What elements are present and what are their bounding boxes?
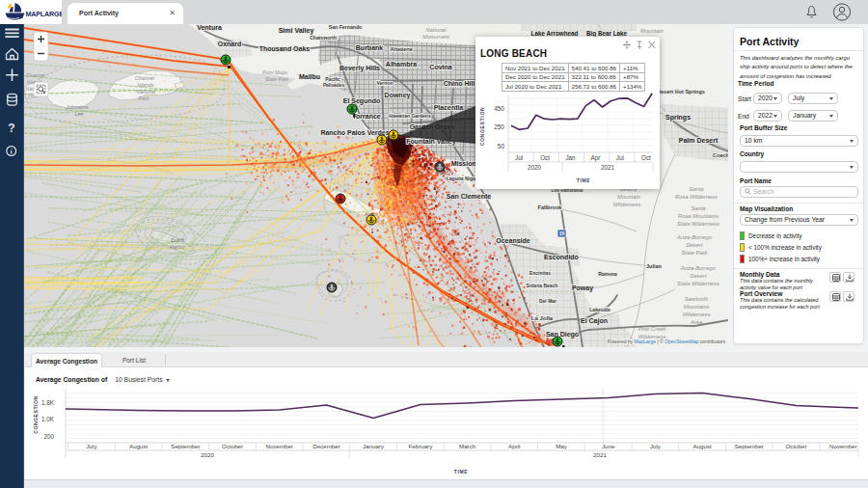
svg-text:Santa: Santa	[689, 186, 704, 192]
svg-text:San Fernando: San Fernando	[329, 24, 363, 30]
svg-text:Fallbrook: Fallbrook	[538, 204, 563, 210]
svg-text:250: 250	[494, 123, 504, 130]
svg-text:San Clemente: San Clemente	[447, 193, 491, 200]
svg-text:November: November	[829, 443, 857, 449]
svg-text:Altadena: Altadena	[390, 46, 413, 52]
svg-text:Palm Desert: Palm Desert	[679, 137, 719, 144]
svg-text:Escondido: Escondido	[544, 254, 579, 260]
svg-text:Chino Hills: Chino Hills	[444, 80, 479, 87]
svg-text:Desert Hot Springs: Desert Hot Springs	[657, 89, 705, 95]
svg-text:Rosa Mountains: Rosa Mountains	[678, 213, 719, 219]
svg-text:1.0K: 1.0K	[41, 416, 55, 422]
svg-text:Jan: Jan	[565, 154, 576, 161]
svg-text:Ventura: Ventura	[197, 24, 222, 31]
svg-text:Harbor: Harbor	[170, 244, 186, 250]
svg-text:2020: 2020	[201, 451, 214, 458]
svg-text:Julian: Julian	[646, 263, 663, 269]
svg-text:Pine Creek: Pine Creek	[638, 326, 667, 332]
svg-text:Mountain: Mountain	[617, 194, 640, 200]
svg-text:Islands: Islands	[137, 82, 153, 88]
svg-text:July: July	[86, 443, 97, 449]
svg-text:450: 450	[494, 105, 504, 112]
svg-text:Apr: Apr	[591, 154, 601, 162]
svg-text:Powered by MapLarge | © OpenSt: Powered by MapLarge | © OpenStreetMap co…	[608, 339, 726, 344]
svg-text:Anza-Borrego: Anza-Borrego	[680, 265, 717, 271]
svg-text:October: October	[222, 443, 243, 449]
svg-text:Oct: Oct	[540, 154, 550, 161]
svg-text:Dutch: Dutch	[171, 237, 184, 243]
svg-text:Mountain: Mountain	[640, 28, 664, 34]
svg-text:200: 200	[43, 433, 54, 440]
svg-text:Palisades: Palisades	[323, 83, 344, 88]
svg-text:El Segundo: El Segundo	[343, 97, 381, 105]
svg-text:Covina: Covina	[429, 64, 451, 70]
svg-text:CONGESTION: CONGESTION	[479, 107, 485, 147]
svg-text:Point Mugu: Point Mugu	[262, 69, 287, 75]
svg-text:Pacific: Pacific	[325, 77, 340, 82]
svg-text:June: June	[602, 443, 615, 449]
svg-text:2021: 2021	[593, 451, 607, 458]
svg-text:Vernon: Vernon	[377, 80, 393, 86]
svg-text:Area: Area	[690, 319, 703, 325]
svg-text:State Wilderness: State Wilderness	[677, 281, 719, 286]
svg-text:TIME: TIME	[454, 469, 469, 474]
svg-text:September: September	[171, 443, 200, 449]
svg-text:Jul: Jul	[515, 154, 523, 161]
svg-text:MAPLARGE: MAPLARGE	[26, 10, 63, 18]
svg-text:Park: Park	[138, 95, 149, 101]
svg-text:Lake Arrowhead: Lake Arrowhead	[531, 30, 579, 37]
svg-text:Encinitas: Encinitas	[529, 270, 551, 276]
svg-text:Desert: Desert	[690, 273, 706, 279]
svg-text:Simi Valley: Simi Valley	[279, 27, 314, 35]
svg-text:TIME: TIME	[577, 177, 591, 183]
svg-text:National: National	[136, 89, 156, 95]
svg-text:Mountains: Mountains	[684, 304, 710, 310]
svg-text:Desert: Desert	[686, 242, 702, 248]
svg-text:CONGESTION: CONGESTION	[33, 395, 39, 434]
svg-text:Thousand Oaks: Thousand Oaks	[259, 45, 311, 52]
svg-text:Beverly Hills: Beverly Hills	[339, 65, 380, 72]
svg-text:Oceanside: Oceanside	[496, 237, 530, 244]
svg-text:?: ?	[8, 122, 14, 135]
svg-text:Sawtooth: Sawtooth	[685, 296, 708, 302]
svg-text:Torrance: Torrance	[352, 113, 381, 120]
svg-text:Downey: Downey	[385, 92, 411, 99]
svg-text:May: May	[556, 443, 568, 449]
svg-text:Burbank: Burbank	[356, 44, 384, 51]
svg-text:October: October	[785, 443, 806, 449]
svg-text:Wilderness: Wilderness	[683, 312, 711, 317]
svg-text:Lakeside: Lakeside	[589, 307, 610, 312]
svg-text:Jul: Jul	[616, 154, 624, 161]
svg-text:Channel: Channel	[135, 75, 155, 81]
svg-text:2020: 2020	[528, 164, 542, 171]
svg-text:Alhambra: Alhambra	[386, 61, 417, 68]
svg-text:State Park: State Park	[265, 76, 289, 82]
svg-text:December: December	[312, 443, 340, 449]
svg-text:Poway: Poway	[572, 285, 593, 292]
svg-text:Del Mar: Del Mar	[539, 298, 556, 304]
svg-text:15: 15	[559, 230, 565, 236]
svg-text:Rosa Wilderness: Rosa Wilderness	[675, 194, 718, 200]
svg-text:1.8K: 1.8K	[41, 399, 55, 406]
svg-text:Anza-Borrego: Anza-Borrego	[676, 234, 713, 240]
svg-text:Oct: Oct	[641, 154, 651, 161]
svg-text:Wilderness: Wilderness	[613, 202, 641, 207]
svg-text:Johnsons: Johnsons	[65, 104, 88, 110]
svg-text:Santa: Santa	[691, 205, 706, 211]
svg-text:Solana Beach: Solana Beach	[527, 283, 558, 288]
svg-text:September: September	[735, 443, 764, 449]
svg-text:State Wilderness: State Wilderness	[677, 221, 719, 227]
svg-text:La Jolla: La Jolla	[531, 315, 554, 321]
svg-text:Hawaiian Gardens: Hawaiian Gardens	[389, 113, 431, 119]
svg-text:State Park: State Park	[681, 250, 708, 256]
svg-text:Chatsworth: Chatsworth	[310, 35, 337, 41]
svg-text:Ramona: Ramona	[598, 271, 617, 277]
svg-text:Oxnard: Oxnard	[218, 41, 242, 47]
svg-text:Coachella: Coachella	[713, 152, 728, 158]
svg-text:April: April	[508, 443, 520, 449]
svg-text:August: August	[692, 443, 712, 449]
svg-text:Rancho Palos Verdes: Rancho Palos Verdes	[320, 129, 389, 136]
svg-text:El Cajon: El Cajon	[581, 317, 608, 325]
svg-text:February: February	[409, 443, 434, 449]
svg-text:July: July	[650, 443, 662, 449]
